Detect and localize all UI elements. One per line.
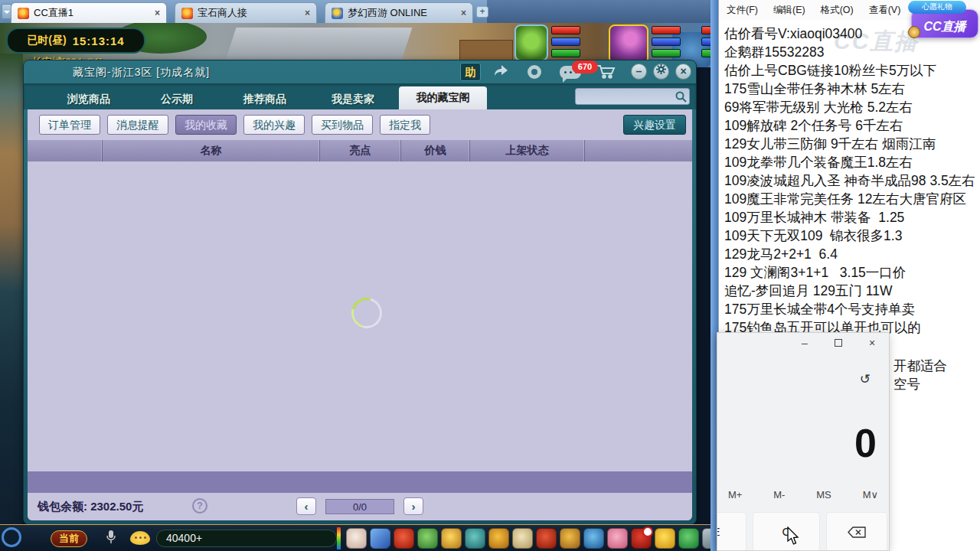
tab-close-icon[interactable]: × xyxy=(461,8,466,18)
game-viewport: 已时(昼) 15:13:14 长安城[324, 84] 藏宝阁-浙江3区 [功成… xyxy=(0,23,712,551)
close-button[interactable]: × xyxy=(675,64,691,80)
scene-left-edge xyxy=(0,54,23,551)
clear-entry-button[interactable]: CE xyxy=(717,512,746,551)
menu-view[interactable]: 查看(V) xyxy=(869,4,901,17)
header-highlight: 亮点 xyxy=(320,140,401,161)
nav-tab-public[interactable]: 公示期 xyxy=(135,88,219,109)
hotbar-icon-peach[interactable] xyxy=(607,528,628,549)
hotbar-icon-smiley[interactable] xyxy=(655,528,675,549)
nav-tab-seller[interactable]: 我是卖家 xyxy=(311,88,395,109)
minimize-button[interactable]: – xyxy=(631,64,647,80)
new-tab-button[interactable]: + xyxy=(476,6,488,18)
mp-bar xyxy=(551,37,580,46)
share-icon[interactable] xyxy=(492,64,509,80)
tab-close-icon[interactable]: × xyxy=(155,8,160,18)
hotbar-icon-clothes[interactable] xyxy=(536,528,557,549)
help-question-icon[interactable]: ? xyxy=(192,498,207,514)
memory-flyout-button[interactable]: M∨ xyxy=(863,489,878,500)
notepad-text-area[interactable]: 估价看号V:xiaoqi03400 企鹅群15532283 估价上号CBG链接1… xyxy=(724,24,980,337)
hotbar-icon-pet[interactable] xyxy=(346,528,367,549)
xp-bar xyxy=(652,49,681,57)
nav-tab-recommend[interactable]: 推荐商品 xyxy=(223,88,307,109)
loading-spinner xyxy=(346,292,388,334)
hotbar xyxy=(346,528,712,549)
header-spacer xyxy=(28,140,103,161)
hp-bar xyxy=(652,26,681,34)
hotbar-icon-trade[interactable] xyxy=(417,528,438,549)
header-status: 上架状态 xyxy=(470,140,585,161)
chat-input[interactable]: 40400+ xyxy=(156,530,337,547)
game-bottom-bar: 当前 40400+ xyxy=(0,524,712,551)
memory-minus-button[interactable]: M- xyxy=(773,489,785,500)
note-line: 109万里长城神木 带装备 1.25 xyxy=(724,208,980,227)
bottom-band xyxy=(28,471,692,493)
hotbar-icon-coin[interactable] xyxy=(441,528,462,549)
prev-page-button[interactable]: ‹ xyxy=(296,497,316,515)
search-input[interactable] xyxy=(575,88,690,105)
hotbar-icon-bell[interactable] xyxy=(560,528,580,549)
note-line: 129女儿带三防御 9千左右 烟雨江南 xyxy=(724,135,980,153)
note-line: 175雪山全带任务神木林 5左右 xyxy=(724,80,980,98)
menu-file[interactable]: 文件(F) xyxy=(727,4,758,17)
cc-favicon-icon xyxy=(18,8,29,19)
subtab-favorites[interactable]: 我的收藏 xyxy=(175,115,237,135)
next-page-button[interactable]: › xyxy=(403,497,423,515)
memory-store-button[interactable]: MS xyxy=(816,489,831,500)
note-line: 129龙马2+2+1 6.4 xyxy=(724,245,980,263)
tab-close-icon[interactable]: × xyxy=(305,8,310,18)
subtab-assigned[interactable]: 指定我 xyxy=(380,115,430,135)
hotbar-icon-gem[interactable] xyxy=(678,528,699,549)
tab-menghuan-online[interactable]: 梦幻西游 ONLINE × xyxy=(325,2,473,23)
tab-gem-trader[interactable]: 宝石商人接 × xyxy=(175,2,317,23)
header-spacer xyxy=(585,140,692,161)
subtab-messages[interactable]: 消息提醒 xyxy=(107,115,168,135)
subtab-purchased[interactable]: 买到物品 xyxy=(312,115,373,135)
tab-label: CC直播1 xyxy=(34,6,74,20)
hotbar-icon-tiger[interactable] xyxy=(488,528,509,549)
backspace-button[interactable] xyxy=(826,512,887,551)
table-content-empty xyxy=(28,161,692,471)
record-circle-icon[interactable] xyxy=(528,65,541,79)
tab-bar-spacer xyxy=(487,0,712,23)
hotbar-icon-spyglass[interactable] xyxy=(583,528,604,549)
calc-maximize-button[interactable] xyxy=(822,333,855,354)
note-line: 109魔王非常完美任务 12左右大唐官府区 xyxy=(724,190,980,208)
settings-gear-icon[interactable] xyxy=(653,64,669,80)
hotbar-icon-notice[interactable] xyxy=(631,528,652,549)
cbg-footer: 钱包余额: 2302.50元 ? ‹ 0/0 › xyxy=(28,493,692,520)
history-icon[interactable]: ↺ xyxy=(860,371,871,387)
chat-channel-button[interactable]: 当前 xyxy=(51,530,87,547)
menu-edit[interactable]: 编辑(E) xyxy=(773,4,805,17)
calc-display: 0 xyxy=(854,422,877,465)
hotbar-icon-chest[interactable] xyxy=(394,528,414,549)
hotbar-icon-sword[interactable] xyxy=(370,528,390,549)
party-portrait-character[interactable] xyxy=(609,24,648,64)
note-line-fragment: 开都适合 xyxy=(893,357,947,375)
wallet-balance: 钱包余额: 2302.50元 xyxy=(38,500,143,514)
interest-settings-button[interactable]: 兴趣设置 xyxy=(623,115,686,135)
mp-bar xyxy=(652,37,681,46)
calculator-window: – × ↺ 0 M+ M- MS M∨ CE C xyxy=(717,332,890,551)
clear-button[interactable]: C xyxy=(753,512,820,551)
subtab-interests[interactable]: 我的兴趣 xyxy=(243,115,305,135)
note-line: 企鹅群15532283 xyxy=(724,43,980,61)
nav-tab-my-cbg[interactable]: 我的藏宝阁 xyxy=(399,86,487,109)
calc-minimize-button[interactable]: – xyxy=(788,333,822,354)
emote-bubble-icon[interactable] xyxy=(130,531,150,545)
memory-plus-button[interactable]: M+ xyxy=(728,489,742,500)
menu-format[interactable]: 格式(O) xyxy=(821,4,854,17)
calc-close-button[interactable]: × xyxy=(855,333,889,354)
subtab-orders[interactable]: 订单管理 xyxy=(39,115,100,135)
note-line: 109解放碑 2个任务号 6千左右 xyxy=(724,116,980,135)
party-portrait-pet[interactable] xyxy=(514,24,548,61)
tab-cc-live[interactable]: CC直播1 × xyxy=(11,2,167,23)
help-button[interactable]: 助 xyxy=(460,63,481,81)
hotbar-icon-scroll[interactable] xyxy=(512,528,533,549)
cart-icon[interactable] xyxy=(596,64,616,82)
nav-tab-browse[interactable]: 浏览商品 xyxy=(47,88,131,109)
game-favicon-icon xyxy=(332,8,343,19)
hotbar-icon-team[interactable] xyxy=(465,528,485,549)
wish-gift-ribbon: 心愿礼物 xyxy=(908,1,966,14)
cc-live-badge[interactable]: CC直播 心愿礼物 xyxy=(908,2,978,40)
microphone-icon[interactable] xyxy=(106,530,116,547)
